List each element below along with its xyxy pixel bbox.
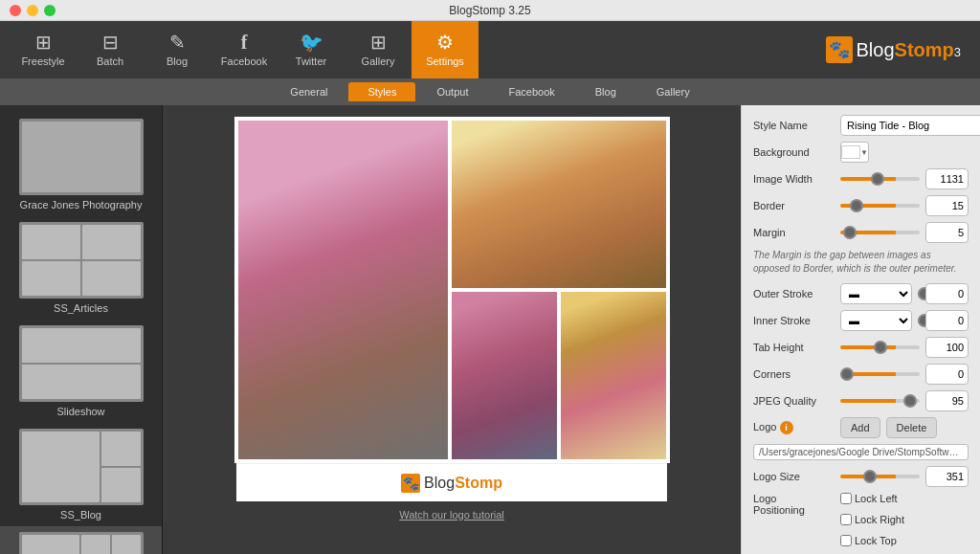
outer-stroke-value[interactable]	[925, 283, 969, 304]
tab-height-value[interactable]	[925, 337, 969, 358]
margin-value[interactable]	[925, 222, 969, 243]
preview-photo-sign	[452, 121, 666, 288]
lock-right-checkbox[interactable]	[840, 514, 852, 525]
logo-label: Logo i	[753, 421, 835, 434]
logo-row: Logo i Add Delete	[753, 417, 969, 438]
preview-area: 🐾 BlogStomp Watch our logo tutorial	[163, 105, 741, 554]
lock-left-label: Lock Left	[855, 493, 898, 504]
lock-left-checkbox[interactable]	[840, 493, 852, 504]
tab-general[interactable]: General	[271, 82, 346, 101]
tab-blog[interactable]: Blog	[576, 82, 635, 101]
logo-delete-button[interactable]: Delete	[886, 417, 938, 438]
brand-version: 3	[954, 45, 961, 59]
brand-icon: 🐾	[826, 36, 853, 63]
sub-tabs: General Styles Output Facebook Blog Gall…	[0, 78, 980, 105]
border-value[interactable]	[925, 195, 969, 216]
tab-styles[interactable]: Styles	[348, 82, 415, 101]
lock-top-label: Lock Top	[855, 535, 897, 546]
inner-stroke-value[interactable]	[925, 310, 969, 331]
window-controls[interactable]	[10, 5, 56, 16]
image-width-slider[interactable]	[840, 177, 920, 181]
tab-output[interactable]: Output	[417, 82, 487, 101]
brand-logo: 🐾 BlogStomp 3	[826, 36, 961, 63]
settings-icon: ⚙	[436, 33, 454, 52]
title-bar: BlogStomp 3.25	[0, 0, 980, 21]
inner-stroke-label: Inner Stroke	[753, 315, 835, 326]
jpeg-quality-slider[interactable]	[840, 399, 920, 403]
outer-stroke-slider-container	[918, 292, 920, 296]
toolbar-item-twitter[interactable]: 🐦 Twitter	[278, 21, 345, 78]
image-width-row: Image Width	[753, 168, 969, 189]
inner-stroke-select[interactable]: ▬ - -	[840, 310, 912, 331]
settings-panel: Style Name Background ▼ Image Width Bord…	[741, 105, 980, 554]
sidebar-item-slideshow[interactable]: Slideshow	[0, 320, 162, 423]
sidebar-thumb-gracejones	[19, 119, 144, 195]
minimize-button[interactable]	[27, 5, 38, 16]
preview-logo-icon: 🐾	[401, 474, 420, 493]
corners-value[interactable]	[925, 364, 969, 385]
swatch-dropdown-icon: ▼	[860, 148, 868, 157]
logo-add-button[interactable]: Add	[840, 417, 880, 438]
preview-grid	[238, 121, 666, 459]
sidebar-item-label-ssblog: SS_Blog	[60, 509, 101, 521]
background-label: Background	[753, 146, 835, 158]
blog-icon: ✎	[169, 33, 186, 52]
batch-icon: ⊟	[102, 33, 119, 52]
outer-stroke-slider[interactable]	[918, 292, 920, 296]
logo-size-slider[interactable]	[840, 475, 920, 478]
lock-right-item: Lock Right	[840, 514, 904, 525]
style-name-input[interactable]	[840, 115, 980, 136]
border-slider[interactable]	[840, 204, 920, 208]
main-content: Grace Jones Photography SS_Articles Slid…	[0, 105, 980, 554]
logo-size-label: Logo Size	[753, 471, 835, 482]
blog-label: Blog	[167, 55, 188, 67]
sidebar-item-gracejones[interactable]: Grace Jones Photography	[0, 113, 162, 216]
tab-facebook[interactable]: Facebook	[489, 82, 573, 101]
toolbar-item-blog[interactable]: ✎ Blog	[144, 21, 211, 78]
tab-height-slider[interactable]	[840, 345, 920, 349]
sidebar-item-risingtide[interactable]: Rising Tide - Blog	[0, 526, 162, 554]
lock-top-item: Lock Top	[840, 535, 897, 546]
tutorial-link[interactable]: Watch our logo tutorial	[399, 509, 504, 521]
logo-positioning-checkboxes: Lock Left Lock Right Lock Top Lock Botto…	[840, 493, 969, 554]
background-color-swatch[interactable]: ▼	[840, 142, 869, 163]
inner-stroke-slider[interactable]	[918, 319, 920, 322]
outer-stroke-label: Outer Stroke	[753, 288, 835, 299]
preview-photo-outdoor	[452, 292, 557, 459]
batch-label: Batch	[97, 55, 123, 67]
image-width-value[interactable]	[925, 168, 969, 189]
toolbar-item-freestyle[interactable]: ⊞ Freestyle	[10, 21, 77, 78]
sidebar-item-ssarticles[interactable]: SS_Articles	[0, 216, 162, 320]
jpeg-quality-row: JPEG Quality	[753, 390, 969, 411]
sidebar-thumb-slideshow	[19, 325, 144, 402]
margin-slider[interactable]	[840, 231, 920, 234]
gallery-icon: ⊞	[370, 33, 387, 52]
border-row: Border	[753, 195, 969, 216]
logo-positioning-row: LogoPositioning Lock Left Lock Right Loc…	[753, 493, 969, 554]
toolbar-item-batch[interactable]: ⊟ Batch	[77, 21, 144, 78]
logo-size-value[interactable]	[925, 466, 969, 487]
tab-gallery[interactable]: Gallery	[637, 82, 709, 101]
toolbar-item-facebook[interactable]: f Facebook	[211, 21, 278, 78]
image-width-label: Image Width	[753, 173, 835, 185]
toolbar-item-settings[interactable]: ⚙ Settings	[412, 21, 479, 78]
corners-slider[interactable]	[840, 372, 920, 376]
logo-path: /Users/gracejones/Google Drive/StompSoft…	[753, 444, 969, 460]
sidebar-item-ssblog[interactable]: SS_Blog	[0, 423, 162, 526]
toolbar-item-gallery[interactable]: ⊞ Gallery	[345, 21, 412, 78]
close-button[interactable]	[10, 5, 21, 16]
jpeg-quality-value[interactable]	[925, 390, 969, 411]
background-row: Background ▼	[753, 142, 969, 163]
logo-info-icon[interactable]: i	[780, 421, 793, 434]
outer-stroke-select[interactable]: ▬ - -	[840, 283, 912, 304]
maximize-button[interactable]	[44, 5, 56, 16]
sidebar-thumb-risingtide	[19, 532, 144, 554]
color-preview	[841, 145, 860, 159]
image-width-slider-container	[840, 177, 920, 181]
freestyle-label: Freestyle	[21, 55, 64, 67]
logo-path-row: /Users/gracejones/Google Drive/StompSoft…	[753, 444, 969, 460]
lock-top-checkbox[interactable]	[840, 535, 852, 546]
tab-height-slider-container	[840, 345, 920, 349]
corners-row: Corners	[753, 364, 969, 385]
tab-height-label: Tab Height	[753, 342, 835, 353]
